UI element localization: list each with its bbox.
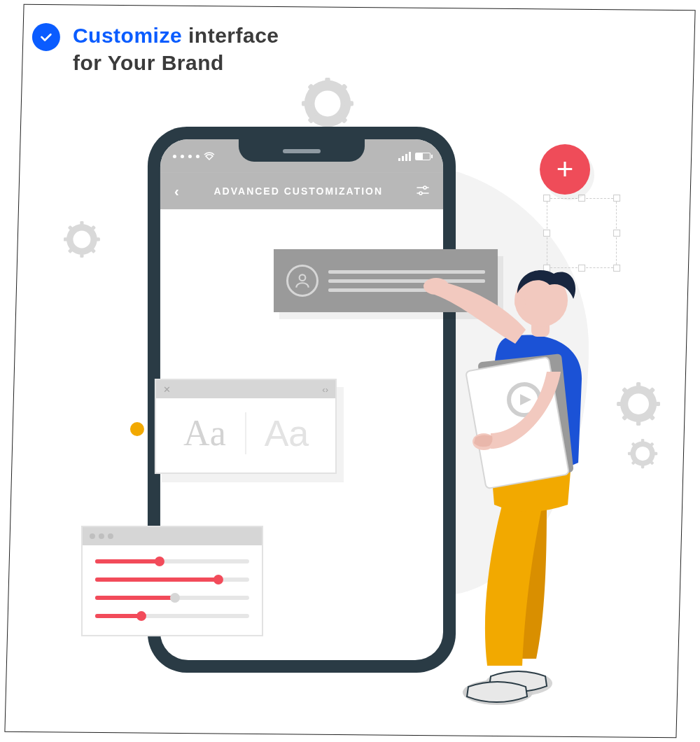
person-illustration [442,239,638,708]
svg-rect-13 [94,237,100,241]
feature-title: Customize interface for Your Brand [73,22,279,76]
typography-panel[interactable]: ✕ ‹› Aa Aa [155,379,337,474]
font-sample-serif[interactable]: Aa [164,412,245,454]
svg-rect-11 [80,252,83,258]
settings-sliders-icon[interactable] [416,185,429,197]
sliders-panel[interactable] [81,526,263,636]
svg-point-40 [300,274,306,281]
font-sample-sans[interactable]: Aa [246,412,327,454]
feature-title-rest1: interface [182,24,279,47]
feature-title-highlight: Customize [73,24,182,47]
battery-icon [415,152,430,160]
wifi-icon [204,152,215,160]
close-icon[interactable]: ✕ [163,384,171,395]
svg-point-0 [320,96,335,111]
gear-icon [302,78,354,130]
phone-app-bar: ‹ ADVANCED CUSTOMIZATION [160,173,443,209]
svg-rect-12 [64,237,69,241]
svg-rect-3 [302,101,311,106]
slider-1[interactable] [95,559,249,564]
chevron-left-right-icon[interactable]: ‹› [322,384,328,395]
svg-rect-28 [641,439,644,443]
plus-icon: + [556,153,574,186]
sliders-body [83,545,262,635]
accent-dot-icon [130,422,144,436]
svg-rect-29 [641,464,644,468]
svg-point-51 [514,298,526,309]
feature-header: Customize interface for Your Brand [32,22,279,76]
svg-rect-1 [325,78,330,87]
slider-4[interactable] [95,614,249,618]
svg-rect-4 [344,101,354,106]
svg-point-9 [77,234,88,245]
svg-point-47 [424,278,449,295]
svg-point-27 [638,449,646,457]
svg-rect-10 [80,221,83,227]
svg-rect-22 [653,402,660,406]
back-chevron-icon[interactable]: ‹ [174,183,181,199]
sliders-panel-bar [83,527,262,545]
add-button[interactable]: + [540,144,590,195]
app-bar-title: ADVANCED CUSTOMIZATION [214,186,384,197]
slider-2[interactable] [95,578,249,582]
slider-3[interactable] [95,596,249,600]
feature-title-line2: for Your Brand [73,51,224,74]
signal-icon [398,151,411,160]
svg-point-37 [424,186,426,188]
gear-icon [64,221,100,258]
window-dots-icon [90,533,113,539]
avatar-icon [286,265,318,297]
typography-panel-bar: ✕ ‹› [156,380,335,398]
phone-notch [239,139,365,162]
check-badge-icon [32,23,60,51]
svg-rect-31 [653,452,657,455]
svg-point-39 [419,191,422,194]
